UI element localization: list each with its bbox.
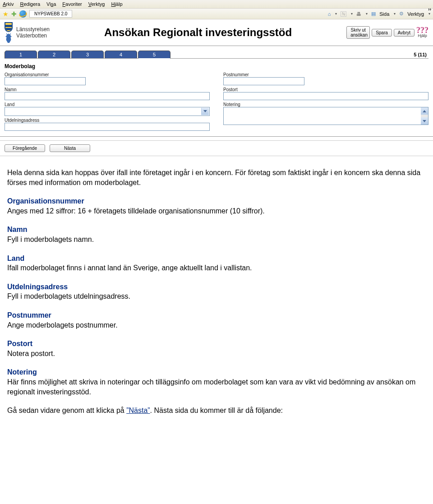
- previous-button[interactable]: Föregående: [5, 144, 45, 152]
- instr-h5: Utdelningsadress: [7, 283, 68, 291]
- textarea-scrollbar[interactable]: [421, 107, 428, 125]
- overflow-chevrons-icon[interactable]: ››: [428, 7, 431, 12]
- namn-label: Namn: [5, 87, 210, 92]
- menu-favoriter[interactable]: Favoriter: [62, 1, 82, 7]
- instr-next: Gå sedan vidare genom att klicka på ”Näs…: [7, 406, 426, 416]
- instr-h6: Postnummer: [7, 311, 51, 319]
- step-tabs: 1 2 3 4 5 5 (11): [5, 51, 428, 59]
- instr-h7: Postort: [7, 340, 32, 347]
- nav-row: Föregående Nästa: [0, 140, 433, 156]
- instr-h4: Land: [7, 254, 24, 262]
- instr-p2: Anges med 12 siffror: 16 + företagets ti…: [7, 207, 265, 215]
- next-link-text: ”Nästa”: [126, 407, 150, 414]
- menu-verktyg[interactable]: Verktyg: [88, 1, 105, 7]
- instr-p5: Fyll i moderbolagets utdelningsadress.: [7, 292, 130, 300]
- home-icon[interactable]: ⌂: [328, 11, 331, 17]
- step-1[interactable]: 1: [5, 51, 37, 58]
- page-indicator: 5 (11): [414, 52, 428, 57]
- browser-menubar: Arkiv Redigera Visa Favoriter Verktyg Hj…: [0, 0, 433, 9]
- form-area: Moderbolag Organisationsnummer Namn Land…: [0, 59, 433, 137]
- page-icon[interactable]: ▤: [371, 11, 376, 17]
- help-icon: ???: [416, 27, 428, 33]
- postnr-label: Postnummer: [223, 72, 428, 77]
- notering-textarea[interactable]: [223, 107, 428, 125]
- instr-h8: Notering: [7, 368, 37, 376]
- land-select[interactable]: [5, 107, 210, 116]
- org-name-line1: Länsstyrelsen: [16, 26, 50, 32]
- menu-redigera[interactable]: Redigera: [20, 1, 40, 7]
- utdel-input[interactable]: [5, 123, 210, 131]
- instr-p4: Ifall moderbolaget finns i annat land än…: [7, 264, 252, 272]
- next-button[interactable]: Nästa: [50, 144, 90, 152]
- instr-p7: Notera postort.: [7, 350, 55, 357]
- crest-icon: [5, 22, 13, 32]
- step-3[interactable]: 3: [71, 51, 104, 58]
- land-label: Land: [5, 102, 210, 107]
- instr-p3: Fyll i moderbolagets namn.: [7, 236, 94, 243]
- print-icon[interactable]: 🖶: [356, 11, 361, 17]
- ie-icon: [19, 10, 27, 18]
- utdel-label: Utdelningsadress: [5, 118, 210, 123]
- form-heading: Moderbolag: [5, 63, 428, 69]
- org-name-line2: Västerbotten: [16, 32, 50, 39]
- add-favorite-icon[interactable]: ✚: [11, 10, 17, 18]
- chevron-down-icon: [203, 110, 207, 112]
- postort-label: Postort: [223, 87, 428, 92]
- form-left-col: Organisationsnummer Namn Land Utdelnings…: [5, 70, 210, 131]
- instr-p6: Ange moderbolagets postnummer.: [7, 321, 118, 329]
- cancel-button[interactable]: Avbryt: [394, 29, 415, 37]
- app-header: Länsstyrelsen Västerbotten Ansökan Regio…: [0, 19, 433, 46]
- menu-arkiv[interactable]: Arkiv: [3, 1, 14, 7]
- header-buttons: Skriv ut ansökan Spara Avbryt ??? Hjälp: [346, 26, 428, 39]
- save-button[interactable]: Spara: [372, 29, 392, 37]
- menu-visa[interactable]: Visa: [46, 1, 56, 7]
- form-right-col: Postnummer Postort Notering: [223, 70, 428, 131]
- instr-h2: Organisationsnummer: [7, 197, 84, 205]
- browser-toolbar: ★ ✚ NYPSWEBB 2.0 ⌂▾ ℕ▾ 🖶▾ ▤ Sida▾ ⚙ Verk…: [0, 9, 433, 19]
- menu-hjalp[interactable]: Hjälp: [111, 1, 122, 7]
- orgnr-label: Organisationsnummer: [5, 72, 210, 77]
- browser-tab[interactable]: NYPSWEBB 2.0: [29, 10, 72, 18]
- tools-label[interactable]: Verktyg: [407, 11, 424, 17]
- instr-h3: Namn: [7, 226, 27, 233]
- step-4[interactable]: 4: [105, 51, 137, 58]
- toolbar-right: ⌂▾ ℕ▾ 🖶▾ ▤ Sida▾ ⚙ Verktyg▾: [328, 11, 430, 17]
- tools-gear-icon[interactable]: ⚙: [399, 11, 404, 17]
- rss-icon[interactable]: ℕ: [341, 11, 346, 17]
- reindeer-icon: [5, 33, 13, 43]
- step-5[interactable]: 5: [138, 51, 170, 59]
- postort-input[interactable]: [223, 92, 428, 100]
- instr-intro: Hela denna sida kan hoppas över ifall in…: [7, 168, 426, 187]
- namn-input[interactable]: [5, 92, 210, 100]
- help-button[interactable]: ??? Hjälp: [416, 27, 428, 38]
- postnr-input[interactable]: [223, 77, 304, 85]
- orgnr-input[interactable]: [5, 77, 86, 85]
- app-title: Ansökan Regionalt investeringsstöd: [55, 26, 341, 39]
- favorites-star-icon[interactable]: ★: [3, 10, 9, 18]
- instr-p8: Här finns möjlighet att skriva in noteri…: [7, 378, 415, 396]
- step-2[interactable]: 2: [38, 51, 70, 58]
- org-logo: Länsstyrelsen Västerbotten: [5, 22, 50, 43]
- notering-label: Notering: [223, 102, 428, 107]
- scroll-down-icon[interactable]: [421, 117, 428, 125]
- instructions: Hela denna sida kan hoppas över ifall in…: [0, 156, 433, 429]
- page-label[interactable]: Sida: [379, 11, 389, 17]
- scroll-up-icon[interactable]: [421, 107, 428, 115]
- print-application-button[interactable]: Skriv ut ansökan: [346, 26, 370, 39]
